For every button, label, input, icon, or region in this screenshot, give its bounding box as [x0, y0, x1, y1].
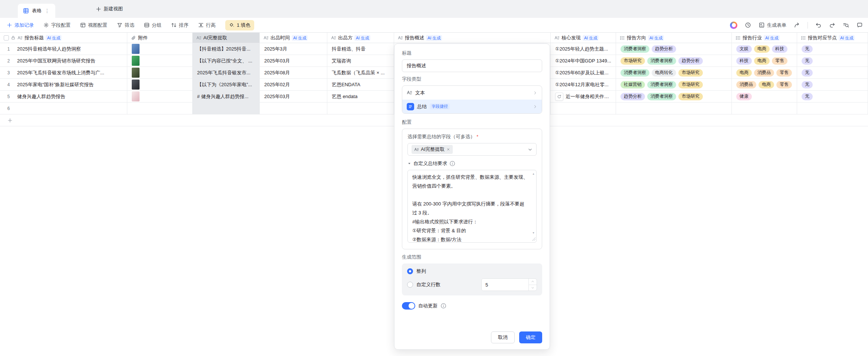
regenerate-button[interactable]: [555, 93, 563, 101]
cell-direction[interactable]: 社媒营销消费者洞察市场研究: [616, 79, 732, 90]
cell-extract[interactable]: 【以下内容已按“全文、 ...: [193, 55, 260, 67]
cell-findings[interactable]: ①2024年12月家电社零...: [551, 79, 616, 90]
cell-attachment[interactable]: [127, 67, 193, 78]
tab-more-icon[interactable]: ⋮: [45, 8, 50, 14]
cell-extract[interactable]: 2025年飞瓜抖音银发市...: [193, 67, 260, 78]
comment-icon[interactable]: [856, 22, 863, 28]
column-header-findings[interactable]: 核心发现AI 生成: [551, 33, 616, 43]
cell-time[interactable]: 2025年03月: [260, 91, 327, 102]
stepper-down-icon[interactable]: [529, 285, 537, 291]
cell-producer[interactable]: 艾瑞咨询: [327, 55, 394, 67]
title-input[interactable]: 报告概述: [402, 59, 542, 72]
cell-producer[interactable]: 艺恩ENDATA: [327, 79, 394, 90]
attachment-thumbnail[interactable]: [132, 68, 140, 78]
field-type-summary-option[interactable]: 总结 字段捷径: [402, 100, 542, 113]
custom-requirement-toggle[interactable]: 自定义总结要求: [407, 160, 537, 167]
select-all-checkbox[interactable]: [4, 35, 9, 41]
cell-time[interactable]: 2025年03月: [260, 55, 327, 67]
cell-producer[interactable]: 艺恩 endata: [327, 91, 394, 102]
cell-node[interactable]: 无: [797, 67, 868, 78]
redo-icon[interactable]: [829, 22, 835, 28]
column-header-title[interactable]: 报告标题AI 生成: [0, 33, 127, 43]
view-config-button[interactable]: 视图配置: [80, 22, 107, 29]
field-type-text-option[interactable]: 文本: [402, 86, 542, 100]
attachment-thumbnail[interactable]: [132, 56, 140, 66]
cell-direction[interactable]: 消费者洞察趋势分析: [616, 43, 732, 55]
column-header-summary[interactable]: 报告概述AI 生成: [394, 33, 551, 43]
cell-title[interactable]: 5健身兴趣人群趋势报告: [0, 91, 127, 102]
group-button[interactable]: 分组: [144, 22, 161, 29]
remove-field-icon[interactable]: [446, 148, 450, 151]
cell-extract[interactable]: 【以下为《2025年家电”...: [193, 79, 260, 90]
column-header-time[interactable]: 出品时间AI 生成: [260, 33, 327, 43]
cell-industry[interactable]: [732, 103, 797, 114]
cell-producer[interactable]: [327, 103, 394, 114]
cell-title[interactable]: 32025年飞瓜抖音银发市场线上消费与广...: [0, 67, 127, 78]
cell-extract[interactable]: # 健身兴趣人群趋势报...: [193, 91, 260, 102]
cell-industry[interactable]: 文娱电商科技: [732, 43, 797, 55]
confirm-button[interactable]: 确定: [519, 331, 542, 343]
range-full-column-radio[interactable]: 整列: [407, 268, 537, 275]
cell-findings[interactable]: ①2025年60岁及以上银...: [551, 67, 616, 78]
field-config-button[interactable]: 字段配置: [43, 22, 71, 29]
column-header-node[interactable]: 报告对应节点AI 生成: [797, 33, 868, 43]
cell-findings[interactable]: 近一年健身相关作品...: [551, 91, 616, 102]
column-header-direction[interactable]: 报告方向AI 生成: [616, 33, 732, 43]
stepper-up-icon[interactable]: [529, 279, 537, 285]
ai-assistant-icon[interactable]: [730, 22, 737, 29]
attachment-thumbnail[interactable]: [132, 80, 140, 90]
column-header-extract[interactable]: AI完整提取: [193, 33, 260, 43]
custom-rows-input[interactable]: [482, 279, 528, 291]
cell-node[interactable]: 无: [797, 79, 868, 90]
new-view-button[interactable]: 新建视图: [96, 0, 123, 18]
generate-form-button[interactable]: 生成表单: [759, 22, 786, 29]
cell-industry[interactable]: 电商消费品零售: [732, 67, 797, 78]
cell-industry[interactable]: 科技电商零售: [732, 55, 797, 67]
cell-title[interactable]: 22025年中国互联网营销市场研究报告: [0, 55, 127, 67]
attachment-thumbnail[interactable]: [132, 91, 140, 101]
cell-extract[interactable]: [193, 103, 260, 114]
cell-node[interactable]: 无: [797, 91, 868, 102]
cell-industry[interactable]: 消费品电商零售: [732, 79, 797, 90]
cell-extract[interactable]: 【抖音精选】2025抖音...: [193, 43, 260, 55]
row-height-button[interactable]: 行高: [198, 22, 216, 29]
history-icon[interactable]: [745, 22, 751, 28]
cell-time[interactable]: 2025年02月: [260, 79, 327, 90]
summary-fields-select[interactable]: AI完整提取: [407, 143, 537, 156]
cell-direction[interactable]: 趋势分析消费者洞察市场研究: [616, 91, 732, 102]
auto-update-toggle[interactable]: [402, 302, 415, 310]
cell-attachment[interactable]: [127, 91, 193, 102]
cell-attachment[interactable]: [127, 103, 193, 114]
attachment-thumbnail[interactable]: [132, 44, 140, 54]
sort-button[interactable]: 排序: [171, 22, 189, 29]
cell-title[interactable]: 6: [0, 103, 127, 114]
cell-direction[interactable]: [616, 103, 732, 114]
cell-attachment[interactable]: [127, 43, 193, 55]
fill-color-button[interactable]: 1 填色: [225, 20, 254, 30]
cell-findings[interactable]: ①2025年轻人趋势主题...: [551, 43, 616, 55]
filter-button[interactable]: 筛选: [117, 22, 134, 29]
cell-time[interactable]: [260, 103, 327, 114]
cell-industry[interactable]: 健康: [732, 91, 797, 102]
search-in-view-icon[interactable]: [843, 22, 849, 28]
cell-findings[interactable]: [551, 103, 616, 114]
cell-producer[interactable]: 飞瓜数据（飞瓜品策 × ...: [327, 67, 394, 78]
column-header-attachment[interactable]: 附件: [127, 33, 193, 43]
cell-direction[interactable]: 市场研究消费者洞察趋势分析: [616, 55, 732, 67]
cell-title[interactable]: 42025年家电“国补”焕新社媒研究报告: [0, 79, 127, 90]
range-custom-rows-radio[interactable]: 自定义行数: [407, 281, 440, 288]
share-icon[interactable]: [794, 22, 800, 28]
cell-node[interactable]: [797, 103, 868, 114]
column-header-producer[interactable]: 出品方AI 生成: [327, 33, 394, 43]
add-record-button[interactable]: 添加记录: [7, 22, 34, 29]
cell-producer[interactable]: 抖音精选、抖音: [327, 43, 394, 55]
cell-node[interactable]: 无: [797, 55, 868, 67]
cancel-button[interactable]: 取消: [491, 331, 515, 343]
cell-direction[interactable]: 消费者洞察电商转化市场研究: [616, 67, 732, 78]
cell-attachment[interactable]: [127, 55, 193, 67]
custom-requirement-textarea[interactable]: 快速浏览全文，抓住研究背景、数据来源、主要发现、营销价值四个要素。 请在 200…: [407, 170, 537, 243]
undo-icon[interactable]: [815, 22, 822, 28]
tab-table[interactable]: 表格 ⋮: [18, 4, 55, 18]
cell-attachment[interactable]: [127, 79, 193, 90]
cell-findings[interactable]: ①2024年中国GDP 1349...: [551, 55, 616, 67]
